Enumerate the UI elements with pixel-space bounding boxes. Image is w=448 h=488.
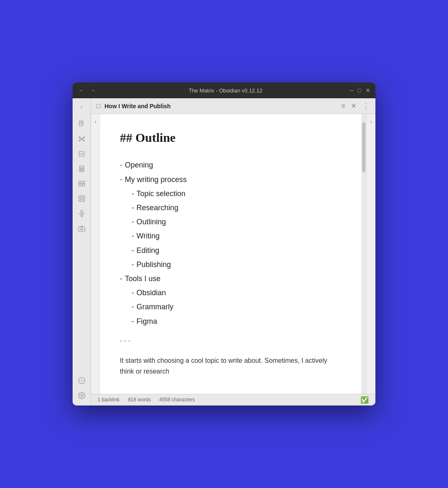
svg-line-9: [80, 138, 81, 138]
svg-rect-0: [79, 121, 83, 126]
files-icon[interactable]: [75, 117, 88, 131]
right-sidebar-collapse: ‹: [91, 114, 100, 393]
titlebar-title: The Matrix - Obsidian v0.12.12: [102, 87, 350, 94]
svg-point-31: [80, 228, 83, 231]
right-expand-button[interactable]: ›: [370, 118, 372, 125]
close-tab-button[interactable]: ✕: [350, 101, 357, 111]
list-item: - Topic selection: [120, 187, 341, 201]
graph-icon[interactable]: [75, 132, 88, 146]
list-item: - Grammarly: [120, 300, 341, 314]
tab-bar: ☐ How I Write and Publish ≡ ✕ ⋮: [91, 98, 375, 114]
svg-rect-20: [82, 184, 84, 186]
bookmarks-icon[interactable]: [75, 162, 88, 175]
snippets-icon[interactable]: [75, 177, 88, 190]
back-button[interactable]: ←: [78, 87, 85, 94]
titlebar-nav: ← →: [78, 87, 97, 94]
list-item: - Outlining: [120, 215, 341, 229]
list-item: - Writing: [120, 229, 341, 243]
help-icon[interactable]: ?: [75, 374, 88, 387]
minimize-button[interactable]: ─: [350, 87, 354, 94]
sync-status-icon: ✅: [360, 396, 369, 404]
obsidian-window: ← → The Matrix - Obsidian v0.12.12 ─ □ ✕…: [73, 83, 375, 405]
svg-rect-19: [79, 184, 81, 186]
list-item: - My writing process: [120, 172, 341, 187]
content-wrapper: ‹ ## Outline - Opening - My writing proc…: [91, 114, 375, 393]
svg-point-5: [79, 137, 80, 138]
maximize-button[interactable]: □: [358, 87, 361, 94]
scrollbar[interactable]: [361, 114, 366, 393]
more-options-button[interactable]: ⋮: [361, 101, 370, 112]
tab-title: How I Write and Publish: [105, 103, 337, 109]
forward-button[interactable]: →: [89, 87, 97, 94]
svg-line-11: [80, 139, 81, 140]
svg-point-26: [81, 199, 82, 199]
list-item: - Researching: [120, 201, 341, 215]
tab-actions: ≡ ✕ ⋮: [341, 101, 370, 112]
word-count: 818 words: [128, 397, 151, 403]
file-icon: ☐: [96, 103, 101, 109]
titlebar: ← → The Matrix - Obsidian v0.12.12 ─ □ ✕: [73, 83, 375, 98]
scrollbar-thumb[interactable]: [362, 122, 365, 172]
mic-icon[interactable]: [75, 207, 88, 220]
svg-rect-17: [79, 181, 81, 183]
list-item: - Opening: [120, 158, 341, 172]
left-sidebar: ›: [73, 98, 91, 405]
svg-point-34: [80, 394, 83, 396]
svg-rect-15: [79, 169, 84, 170]
svg-point-8: [83, 140, 84, 141]
reader-mode-button[interactable]: ≡: [341, 102, 346, 111]
tasks-icon[interactable]: [75, 147, 88, 160]
titlebar-controls: ─ □ ✕: [350, 87, 370, 94]
dice-icon[interactable]: [75, 192, 88, 205]
svg-point-6: [83, 137, 84, 138]
status-bar: 1 backlink 818 words 4558 characters ✅: [91, 394, 375, 405]
svg-point-25: [83, 200, 83, 201]
svg-point-4: [81, 138, 82, 140]
svg-rect-30: [78, 227, 85, 232]
backlinks-count[interactable]: 1 backlink: [97, 397, 119, 403]
list-item: - Obsidian: [120, 286, 341, 300]
left-expand-button[interactable]: ‹: [95, 118, 97, 125]
horizontal-rule: ---: [120, 337, 341, 345]
camera-icon[interactable]: [75, 222, 88, 235]
svg-point-24: [80, 200, 81, 201]
settings-icon[interactable]: [75, 389, 88, 402]
list-item: - Publishing: [120, 257, 341, 272]
document-heading: ## Outline: [120, 131, 341, 145]
svg-text:?: ?: [80, 378, 83, 383]
character-count: 4558 characters: [159, 397, 195, 403]
svg-line-10: [82, 138, 83, 138]
svg-rect-14: [79, 166, 84, 168]
app-body: ›: [73, 98, 375, 405]
svg-point-23: [83, 197, 83, 198]
editor-content[interactable]: ## Outline - Opening - My writing proces…: [100, 114, 361, 393]
svg-rect-27: [80, 211, 83, 214]
outline-list: - Opening - My writing process - Topic s…: [120, 158, 341, 328]
sidebar-expand-button[interactable]: ›: [76, 102, 87, 112]
svg-rect-18: [82, 181, 84, 183]
body-paragraph: It starts with choosing a cool topic to …: [120, 355, 341, 377]
svg-rect-16: [79, 170, 84, 172]
list-item: - Editing: [120, 243, 341, 257]
svg-point-7: [79, 140, 80, 141]
list-item: - Figma: [120, 314, 341, 328]
svg-point-22: [80, 197, 81, 198]
close-button[interactable]: ✕: [365, 87, 370, 94]
list-item: - Tools I use: [120, 272, 341, 286]
svg-line-12: [82, 139, 83, 140]
